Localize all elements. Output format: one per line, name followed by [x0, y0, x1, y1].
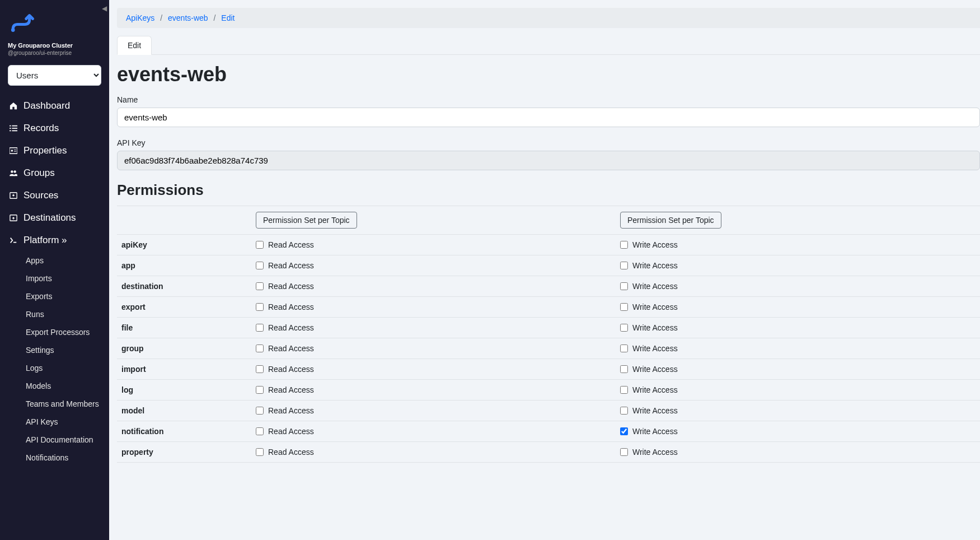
name-label: Name: [117, 95, 980, 104]
write-access-checkbox[interactable]: [620, 303, 628, 311]
breadcrumb-link-events-web[interactable]: events-web: [168, 13, 208, 22]
read-access-checkbox[interactable]: [256, 427, 264, 435]
subnav-api-keys[interactable]: API Keys: [2, 413, 107, 431]
page-title: events-web: [117, 63, 980, 86]
nav-groups[interactable]: Groups: [2, 162, 107, 184]
write-access-checkbox[interactable]: [620, 427, 628, 435]
nav-label: Groups: [24, 167, 55, 179]
permission-topic: group: [117, 338, 251, 359]
write-access-label: Write Access: [632, 448, 678, 457]
write-access-label: Write Access: [632, 365, 678, 374]
read-access-checkbox[interactable]: [256, 365, 264, 373]
cluster-name: My Grouparoo Cluster: [0, 42, 109, 49]
read-permission-set-button[interactable]: Permission Set per Topic: [256, 212, 357, 229]
subnav-notifications[interactable]: Notifications: [2, 449, 107, 467]
write-access-checkbox[interactable]: [620, 262, 628, 269]
subnav-exports[interactable]: Exports: [2, 287, 107, 305]
read-access-checkbox[interactable]: [256, 262, 264, 269]
read-access-checkbox[interactable]: [256, 303, 264, 311]
read-access-checkbox[interactable]: [256, 241, 264, 249]
name-input[interactable]: [117, 108, 980, 127]
read-access-checkbox[interactable]: [256, 407, 264, 415]
nav-label: Dashboard: [24, 100, 70, 111]
home-icon: [8, 102, 19, 110]
subnav-imports[interactable]: Imports: [2, 269, 107, 287]
svg-rect-3: [10, 128, 11, 129]
read-access-label: Read Access: [268, 406, 314, 415]
svg-point-8: [11, 150, 13, 152]
subnav-settings[interactable]: Settings: [2, 341, 107, 359]
permission-topic: model: [117, 401, 251, 421]
write-access-checkbox[interactable]: [620, 365, 628, 373]
subnav-teams-members[interactable]: Teams and Members: [2, 395, 107, 413]
write-access-label: Write Access: [632, 406, 678, 415]
logo[interactable]: [0, 0, 109, 42]
write-access-checkbox[interactable]: [620, 241, 628, 249]
write-access-label: Write Access: [632, 282, 678, 291]
subnav-models[interactable]: Models: [2, 377, 107, 395]
write-access-checkbox[interactable]: [620, 448, 628, 456]
write-access-checkbox[interactable]: [620, 407, 628, 415]
permissions-heading: Permissions: [117, 181, 980, 199]
read-access-checkbox[interactable]: [256, 324, 264, 332]
id-card-icon: [8, 147, 19, 155]
permission-row: notificationRead AccessWrite Access: [117, 421, 980, 442]
subnav-apps[interactable]: Apps: [2, 252, 107, 269]
breadcrumb-link-apikeys[interactable]: ApiKeys: [126, 13, 154, 22]
tab-edit[interactable]: Edit: [117, 36, 152, 55]
nav-label: Destinations: [24, 212, 76, 224]
model-select[interactable]: Users: [8, 65, 101, 86]
write-access-label: Write Access: [632, 261, 678, 270]
write-access-checkbox[interactable]: [620, 282, 628, 290]
subnav-logs[interactable]: Logs: [2, 359, 107, 377]
read-access-label: Read Access: [268, 302, 314, 311]
nav-records[interactable]: Records: [2, 117, 107, 139]
write-access-checkbox[interactable]: [620, 324, 628, 332]
permission-topic: property: [117, 442, 251, 463]
permission-topic: log: [117, 380, 251, 401]
read-access-label: Read Access: [268, 282, 314, 291]
permissions-table: Permission Set per Topic Permission Set …: [117, 206, 980, 463]
write-permission-set-button[interactable]: Permission Set per Topic: [620, 212, 721, 229]
read-access-label: Read Access: [268, 427, 314, 436]
write-access-checkbox[interactable]: [620, 386, 628, 394]
sidebar: ◀ My Grouparoo Cluster @grouparoo/ui-ent…: [0, 0, 109, 540]
nav-label: Properties: [24, 145, 67, 156]
nav-properties[interactable]: Properties: [2, 139, 107, 162]
list-icon: [8, 124, 19, 132]
svg-point-12: [13, 170, 16, 173]
download-icon: [8, 192, 19, 199]
write-access-label: Write Access: [632, 385, 678, 394]
subnav-api-docs[interactable]: API Documentation: [2, 431, 107, 449]
nav-destinations[interactable]: Destinations: [2, 207, 107, 229]
permission-topic: app: [117, 255, 251, 276]
permission-row: fileRead AccessWrite Access: [117, 318, 980, 338]
permission-topic: import: [117, 359, 251, 380]
main-content: ApiKeys / events-web / Edit Edit events-…: [109, 0, 980, 540]
nav-platform[interactable]: Platform »: [2, 229, 107, 252]
read-access-checkbox[interactable]: [256, 448, 264, 456]
subnav-runs[interactable]: Runs: [2, 305, 107, 323]
read-access-label: Read Access: [268, 261, 314, 270]
permission-row: apiKeyRead AccessWrite Access: [117, 235, 980, 255]
sidebar-collapse-icon[interactable]: ◀: [102, 4, 107, 12]
read-access-checkbox[interactable]: [256, 386, 264, 394]
permission-row: groupRead AccessWrite Access: [117, 338, 980, 359]
nav-dashboard[interactable]: Dashboard: [2, 95, 107, 117]
read-access-checkbox[interactable]: [256, 345, 264, 352]
nav-label: Sources: [24, 190, 58, 201]
write-access-label: Write Access: [632, 427, 678, 436]
nav-sources[interactable]: Sources: [2, 184, 107, 207]
svg-rect-10: [14, 151, 16, 152]
read-access-checkbox[interactable]: [256, 282, 264, 290]
permission-row: appRead AccessWrite Access: [117, 255, 980, 276]
subnav-export-processors[interactable]: Export Processors: [2, 323, 107, 341]
svg-rect-7: [10, 148, 17, 154]
svg-rect-9: [14, 150, 16, 150]
read-access-label: Read Access: [268, 365, 314, 374]
breadcrumb-current[interactable]: Edit: [221, 13, 235, 22]
svg-rect-4: [12, 128, 17, 129]
read-access-label: Read Access: [268, 385, 314, 394]
apikey-input[interactable]: [117, 151, 980, 170]
write-access-checkbox[interactable]: [620, 345, 628, 352]
